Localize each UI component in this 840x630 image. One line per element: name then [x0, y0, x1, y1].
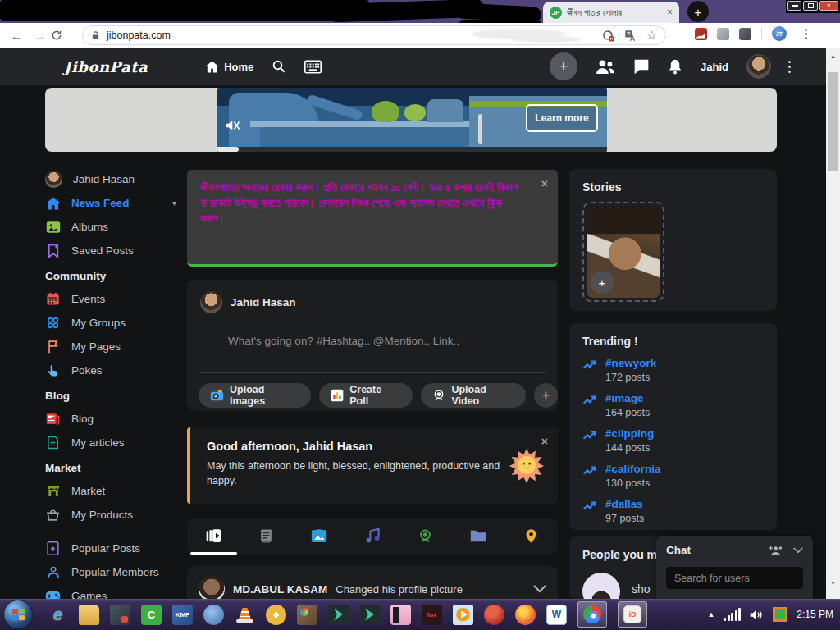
tray-app-icon[interactable] — [773, 607, 788, 622]
translate-icon[interactable] — [624, 30, 637, 42]
tray-expand-icon[interactable]: ▲ — [707, 610, 714, 619]
sidebar-item-games[interactable]: Games — [45, 584, 189, 599]
chat-collapse-chevron-icon[interactable] — [793, 547, 803, 554]
header-menu-icon[interactable] — [788, 61, 791, 73]
taskbar-icon-word[interactable]: W — [546, 605, 567, 625]
taskbar-icon-teal-app-1[interactable] — [328, 605, 349, 625]
taskbar-icon-camtasia[interactable]: C — [141, 605, 162, 625]
taskbar-icon-disc-app[interactable] — [266, 605, 286, 625]
tab-text-posts[interactable] — [240, 518, 294, 555]
taskbar-icon-explorer[interactable] — [79, 605, 99, 625]
ad-video[interactable]: Learn more — [217, 88, 607, 152]
news-feed-caret-icon[interactable]: ▾ — [172, 199, 176, 208]
keyboard-icon[interactable] — [304, 60, 322, 74]
nav-home[interactable]: Home — [205, 60, 253, 74]
browser-tab[interactable]: JP জীবন পাতার সোলার × — [543, 2, 679, 23]
taskbar-icon-player-app[interactable] — [453, 605, 473, 625]
friends-icon[interactable] — [596, 58, 615, 75]
tab-music[interactable] — [346, 518, 399, 555]
sidebar-item-events[interactable]: Events — [45, 287, 189, 311]
tab-locations[interactable] — [504, 518, 558, 555]
notifications-icon[interactable] — [668, 58, 682, 75]
trending-item[interactable]: #california130 posts — [569, 454, 777, 489]
scrollbar-up-arrow[interactable]: ▲ — [826, 49, 840, 62]
back-button[interactable]: ← — [5, 29, 28, 43]
sidebar-item-my-articles[interactable]: My articles — [45, 431, 189, 454]
chat-search-input[interactable] — [666, 567, 803, 589]
reload-button[interactable] — [51, 30, 74, 41]
referral-notice-text[interactable]: জীবনপাতায় অন্যদের রেফার করুন। প্রতি রেফ… — [200, 180, 527, 226]
trending-item[interactable]: #clipping144 posts — [569, 418, 777, 454]
bookmark-star-icon[interactable]: ☆ — [646, 28, 657, 43]
tab-photos[interactable] — [293, 518, 346, 555]
tab-close-icon[interactable]: × — [667, 7, 673, 18]
page-scrollbar[interactable]: ▲ ▼ — [826, 48, 840, 599]
taskbar-active-id-app[interactable]: iD — [618, 601, 647, 628]
tab-videos[interactable] — [399, 518, 452, 555]
new-group-chat-icon[interactable] — [768, 545, 783, 556]
sidebar-item-saved-posts[interactable]: Saved Posts — [45, 239, 189, 262]
site-logo[interactable]: JibonPata — [64, 58, 148, 75]
window-close-button[interactable]: × — [819, 1, 838, 11]
forward-button[interactable]: → — [28, 29, 51, 43]
feed-post[interactable]: MD.ABUL KASAM Changed his profile pictur… — [187, 566, 558, 599]
greeting-close-icon[interactable]: × — [541, 436, 548, 447]
scrollbar-down-arrow[interactable]: ▼ — [826, 576, 840, 589]
location-blocked-icon[interactable] — [602, 30, 614, 42]
taskbar-active-chrome[interactable] — [578, 601, 607, 628]
sidebar-item-my-groups[interactable]: My Groups — [45, 311, 189, 335]
extension-icon-rank[interactable] — [695, 28, 707, 40]
clock[interactable]: 2:15 PM — [797, 609, 833, 620]
new-tab-button[interactable]: + — [687, 1, 709, 22]
extension-icon-dark[interactable] — [739, 28, 751, 40]
sidebar-item-market[interactable]: Market — [45, 479, 189, 503]
post-menu-chevron-icon[interactable] — [533, 585, 546, 593]
sidebar-item-albums[interactable]: Albums — [45, 215, 189, 239]
post-author-avatar[interactable] — [199, 576, 225, 599]
ad-learn-more-button[interactable]: Learn more — [526, 104, 598, 132]
taskbar-icon-vlc[interactable] — [235, 605, 255, 625]
tab-all-posts[interactable] — [187, 518, 240, 555]
trending-item[interactable]: #newyork172 posts — [569, 348, 777, 383]
messages-icon[interactable] — [633, 58, 650, 75]
create-post-button[interactable]: + — [550, 52, 578, 80]
taskbar-icon-red-app[interactable]: fox — [422, 605, 442, 625]
sidebar-item-pokes[interactable]: Pokes — [45, 358, 189, 382]
add-story-button[interactable]: + — [591, 271, 614, 294]
browser-menu-icon[interactable] — [805, 29, 807, 39]
composer-input[interactable]: What's going on? #Hashtag.. @Mention.. L… — [187, 313, 558, 347]
taskbar-icon-ball-app[interactable] — [484, 605, 504, 625]
trending-item[interactable]: #dallas97 posts — [569, 489, 777, 524]
taskbar-icon-paint-app[interactable] — [297, 605, 317, 625]
sidebar-item-popular-members[interactable]: Popular Members — [45, 560, 189, 584]
browser-profile-avatar[interactable]: JT — [772, 26, 787, 41]
sidebar-item-my-pages[interactable]: My Pages — [45, 335, 189, 358]
extension-icon-gray[interactable] — [717, 28, 729, 40]
taskbar-icon-teal-app-2[interactable] — [359, 605, 380, 625]
taskbar-icon-firefox[interactable] — [515, 605, 536, 625]
window-minimize-button[interactable] — [788, 1, 801, 11]
notice-close-icon[interactable]: × — [541, 178, 548, 189]
address-bar[interactable]: jibonpata.com ☆ — [82, 25, 666, 45]
suggested-user-name[interactable]: sho — [632, 582, 651, 596]
volume-icon[interactable] — [750, 609, 764, 621]
scrollbar-thumb[interactable] — [828, 72, 838, 171]
upload-video-button[interactable]: Upload Video — [421, 383, 526, 408]
more-post-options-button[interactable]: + — [534, 383, 558, 408]
start-button[interactable] — [3, 600, 33, 629]
sidebar-item-popular-posts[interactable]: Popular Posts — [45, 536, 189, 560]
tab-files[interactable] — [452, 518, 505, 555]
header-user-avatar[interactable] — [746, 54, 771, 79]
taskbar-icon-photo-app[interactable] — [390, 605, 411, 625]
taskbar-icon-globe-app[interactable] — [203, 605, 224, 625]
sidebar-item-my-products[interactable]: My Products — [45, 503, 189, 527]
sidebar-item-blog[interactable]: Blog — [45, 407, 189, 431]
post-author-name[interactable]: MD.ABUL KASAM — [233, 583, 327, 596]
taskbar-icon-internet-explorer[interactable]: e — [48, 605, 68, 625]
window-maximize-button[interactable] — [803, 1, 817, 11]
taskbar-icon-kmplayer[interactable]: KMP — [172, 605, 193, 625]
upload-images-button[interactable]: Upload Images — [199, 383, 311, 408]
trending-item[interactable]: #image164 posts — [569, 383, 777, 418]
search-icon[interactable] — [272, 59, 286, 74]
header-username[interactable]: Jahid — [701, 61, 728, 73]
